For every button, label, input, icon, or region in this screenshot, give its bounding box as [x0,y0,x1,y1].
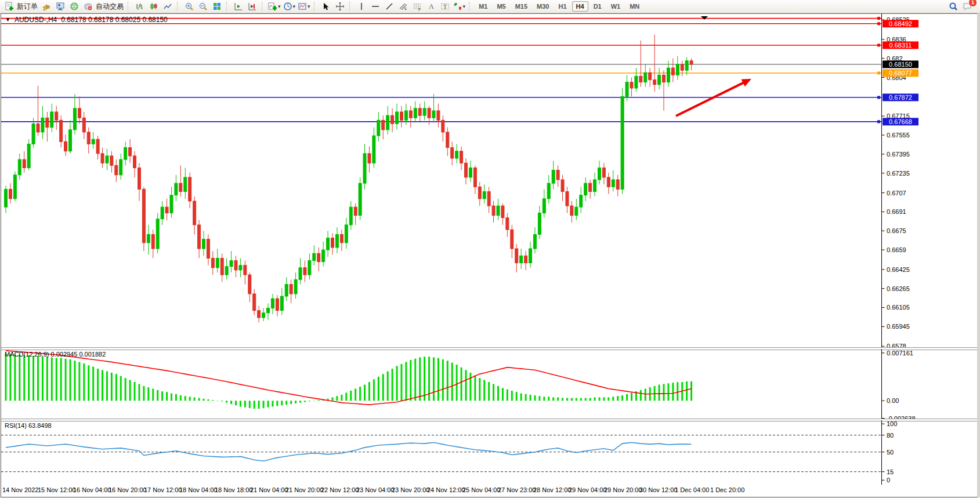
tab-timeframe-m15[interactable]: M15 [511,1,531,12]
svg-text:0.007161: 0.007161 [887,350,913,357]
svg-text:0.6578: 0.6578 [887,343,906,347]
svg-text:0.6707: 0.6707 [887,190,906,197]
date-axis[interactable]: 14 Nov 202215 Nov 12:0016 Nov 04:0016 No… [1,485,976,496]
chevron-down-icon: ▾ [278,3,281,9]
vertical-line-icon [357,2,366,11]
megaphone-button[interactable] [39,1,53,12]
tab-timeframe-d1[interactable]: D1 [590,1,606,12]
ohlc-values: 0.68178 0.68178 0.68025 0.68150 [61,16,168,24]
megaphone-icon [42,2,51,11]
shift-end-button[interactable] [245,1,259,12]
arrows-tool-button[interactable]: ▾ [452,1,467,12]
tab-timeframe-m30[interactable]: M30 [533,1,553,12]
svg-text:0.67235: 0.67235 [887,170,910,177]
tab-timeframe-mn[interactable]: MN [625,1,643,12]
tile-windows-icon [212,2,222,11]
svg-text:29 Nov 20:00: 29 Nov 20:00 [604,486,642,493]
zoom-in-icon [185,2,194,11]
window-edge [977,13,980,497]
period-button[interactable]: ▾ [282,1,297,12]
toolbar-separator [226,2,229,11]
horizontal-line-button[interactable] [368,1,382,12]
svg-text:1 Dec 04:00: 1 Dec 04:00 [675,486,709,493]
zoom-out-button[interactable] [196,1,210,12]
svg-text:0.68311: 0.68311 [889,42,912,49]
bar-chart-button[interactable] [133,1,147,12]
trendline-icon [385,2,394,11]
shift-chart-button[interactable] [232,1,245,12]
line-chart-button[interactable] [161,1,175,12]
svg-text:17 Nov 12:00: 17 Nov 12:00 [144,486,182,493]
shift-end-icon [248,2,257,11]
svg-text:0: 0 [887,477,890,484]
auto-trading-button[interactable] [81,1,95,12]
auto-trading-label[interactable]: 自动交易 [96,2,124,12]
tab-timeframe-w1[interactable]: W1 [607,1,625,12]
svg-text:F: F [418,8,421,11]
svg-text:0.68492: 0.68492 [889,20,912,27]
signal-button[interactable] [67,1,81,12]
candle-chart-button[interactable] [147,1,161,12]
chevron-down-icon: ▾ [308,3,310,9]
svg-text:0.67395: 0.67395 [887,151,910,158]
macd-pane-canvas[interactable]: 0.0071610.00-0.002638 [1,349,976,419]
add-indicator-button[interactable]: ▾ [267,1,282,12]
zoom-in-button[interactable] [182,1,196,12]
channel-button[interactable]: E [396,1,410,12]
new-order-label[interactable]: 新订单 [17,2,38,12]
text-icon: A [426,2,436,11]
template-icon [298,2,307,11]
svg-text:0.6659: 0.6659 [887,246,906,253]
bar-chart-icon [135,2,144,11]
new-order-button[interactable] [2,1,16,12]
text-button[interactable]: A [424,1,438,12]
svg-text:0.6691: 0.6691 [887,208,906,215]
svg-text:24 Nov 12:00: 24 Nov 12:00 [427,486,465,493]
svg-text:100: 100 [887,420,897,427]
svg-text:16 Nov 20:00: 16 Nov 20:00 [109,486,146,493]
fibonacci-button[interactable]: F [410,1,424,12]
tab-timeframe-h1[interactable]: H1 [555,1,571,12]
rsi-pane-canvas[interactable]: 1008050150 [1,420,976,485]
cursor-button[interactable] [319,1,333,12]
template-button[interactable]: ▾ [296,1,312,12]
tab-timeframe-m1[interactable]: M1 [475,1,491,12]
svg-text:25 Nov 04:00: 25 Nov 04:00 [462,486,500,493]
chevron-down-icon: ▾ [463,3,466,9]
svg-text:80: 80 [887,432,894,439]
auto-trading-icon [84,2,93,11]
trendline-button[interactable] [382,1,396,12]
toolbar-separator [314,2,317,11]
main-chart-canvas[interactable]: 0.685250.68360.6820.68040.677150.675550.… [1,14,976,347]
line-chart-icon [163,2,172,11]
search-button[interactable] [946,1,960,12]
toolbar-separator [469,2,472,11]
svg-text:1 Dec 20:00: 1 Dec 20:00 [710,486,744,493]
notifications-button[interactable]: 1 [960,1,974,12]
toolbar-separator [177,2,180,11]
arrows-icon [453,2,462,11]
signal-icon [70,2,79,11]
trading-terminal: 新订单 自动交易 [0,0,980,498]
svg-text:A: A [429,2,434,10]
svg-text:0.6675: 0.6675 [887,227,906,234]
tab-timeframe-h4[interactable]: H4 [572,1,588,12]
tile-windows-button[interactable] [210,1,224,12]
text-label-button[interactable]: T [438,1,452,12]
clock-icon [283,2,292,11]
chevron-down-icon: ▾ [293,3,296,9]
svg-text:0.66265: 0.66265 [887,285,910,292]
vertical-line-button[interactable] [355,1,368,12]
svg-text:27 Nov 23:00: 27 Nov 23:00 [498,486,536,493]
svg-text:50: 50 [887,449,894,456]
tab-timeframe-m5[interactable]: M5 [493,1,509,12]
chevron-down-icon[interactable]: ▼ [5,17,10,23]
svg-text:29 Nov 04:00: 29 Nov 04:00 [569,486,606,493]
svg-text:16 Nov 04:00: 16 Nov 04:00 [73,486,111,493]
svg-text:18 Nov 04:00: 18 Nov 04:00 [179,486,217,493]
svg-text:T: T [443,3,447,10]
market-watch-button[interactable] [53,1,67,12]
crosshair-button[interactable] [333,1,347,12]
macd-label: MACD(12,26,9) 0.002945 0.001882 [5,351,106,358]
svg-text:21 Nov 04:00: 21 Nov 04:00 [250,486,288,493]
